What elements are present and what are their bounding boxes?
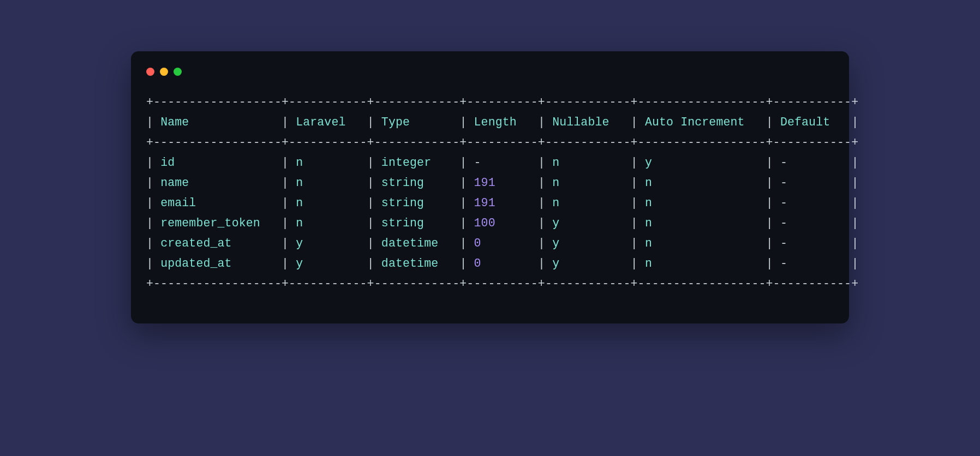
column-header: Auto Increment xyxy=(645,116,759,129)
cell-type: string xyxy=(381,176,453,189)
cell-length: 0 xyxy=(474,257,531,270)
cell-laravel: y xyxy=(296,257,360,270)
cell-nullable: n xyxy=(552,176,624,189)
cell-name: name xyxy=(160,176,274,189)
cell-default: - xyxy=(780,196,844,209)
cell-length: 100 xyxy=(474,217,531,230)
column-header: Type xyxy=(381,116,453,129)
column-header: Name xyxy=(160,116,274,129)
close-icon[interactable] xyxy=(146,68,154,76)
cell-nullable: y xyxy=(552,217,624,230)
column-header: Default xyxy=(780,116,844,129)
cell-name: remember_token xyxy=(160,217,274,230)
cell-auto-increment: n xyxy=(645,217,759,230)
cell-laravel: n xyxy=(296,156,360,169)
cell-length: 0 xyxy=(474,237,531,250)
cell-type: string xyxy=(381,217,453,230)
cell-auto-increment: y xyxy=(645,156,759,169)
cell-type: datetime xyxy=(381,237,453,250)
cell-nullable: y xyxy=(552,237,624,250)
maximize-icon[interactable] xyxy=(174,68,182,76)
column-header: Laravel xyxy=(296,116,360,129)
cell-nullable: n xyxy=(552,196,624,209)
cell-nullable: y xyxy=(552,257,624,270)
cell-laravel: n xyxy=(296,196,360,209)
column-header: Length xyxy=(474,116,531,129)
cell-length: 191 xyxy=(474,196,531,209)
cell-name: email xyxy=(160,196,274,209)
cell-laravel: n xyxy=(296,217,360,230)
cell-default: - xyxy=(780,217,844,230)
cell-auto-increment: n xyxy=(645,196,759,209)
cell-type: string xyxy=(381,196,453,209)
cell-auto-increment: n xyxy=(645,257,759,270)
cell-auto-increment: n xyxy=(645,176,759,189)
cell-laravel: y xyxy=(296,237,360,250)
column-header: Nullable xyxy=(552,116,624,129)
cell-default: - xyxy=(780,237,844,250)
cell-default: - xyxy=(780,257,844,270)
cell-nullable: n xyxy=(552,156,624,169)
cell-name: created_at xyxy=(160,237,274,250)
terminal-output: +------------------+-----------+--------… xyxy=(131,92,849,294)
cell-auto-increment: n xyxy=(645,237,759,250)
cell-length: - xyxy=(474,156,531,169)
cell-default: - xyxy=(780,156,844,169)
cell-name: updated_at xyxy=(160,257,274,270)
window-titlebar xyxy=(131,65,849,92)
cell-type: integer xyxy=(381,156,453,169)
cell-laravel: n xyxy=(296,176,360,189)
cell-name: id xyxy=(160,156,274,169)
cell-default: - xyxy=(780,176,844,189)
terminal-window: +------------------+-----------+--------… xyxy=(131,51,849,323)
cell-length: 191 xyxy=(474,176,531,189)
cell-type: datetime xyxy=(381,257,453,270)
minimize-icon[interactable] xyxy=(160,68,168,76)
